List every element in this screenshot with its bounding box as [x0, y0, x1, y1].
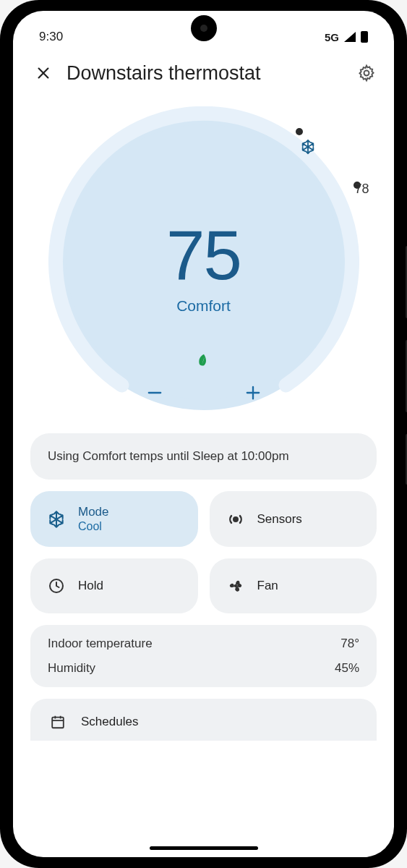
sensors-tile-label: Sensors	[257, 512, 302, 527]
calendar-icon	[48, 712, 68, 732]
indoor-temp-value: 78°	[340, 637, 359, 651]
hold-tile-label: Hold	[78, 579, 103, 593]
close-icon	[35, 65, 51, 81]
setpoint-dot	[296, 128, 303, 135]
status-message-card[interactable]: Using Comfort temps until Sleep at 10:00…	[30, 433, 377, 480]
status-time: 9:30	[39, 30, 63, 44]
schedules-card[interactable]: Schedules	[30, 699, 377, 741]
minus-icon	[145, 383, 165, 403]
target-temperature: 78	[354, 182, 369, 197]
sensors-tile[interactable]: Sensors	[210, 491, 377, 547]
fan-tile-label: Fan	[257, 579, 278, 593]
close-button[interactable]	[32, 61, 55, 85]
temperature-dial[interactable]: 78 75 Comfort	[13, 106, 394, 417]
signal-icon	[344, 32, 356, 42]
environment-info-card: Indoor temperature 78° Humidity 45%	[30, 625, 377, 687]
clock-icon	[46, 576, 67, 596]
indoor-temperature-row: Indoor temperature 78°	[48, 637, 359, 651]
status-message-text: Using Comfort temps until Sleep at 10:00…	[48, 449, 289, 463]
humidity-row: Humidity 45%	[48, 661, 359, 676]
snowflake-marker-icon	[300, 139, 316, 158]
mode-tile-value: Cool	[78, 519, 109, 534]
battery-icon	[361, 31, 368, 43]
camera-notch	[191, 15, 217, 41]
network-label: 5G	[325, 31, 339, 43]
plus-icon	[243, 383, 263, 403]
snowflake-icon	[46, 509, 67, 529]
mode-tile-label: Mode	[78, 504, 109, 519]
humidity-label: Humidity	[48, 661, 95, 676]
fan-icon	[226, 576, 246, 596]
temperature-down-button[interactable]	[140, 378, 169, 407]
gear-icon	[357, 64, 376, 82]
page-header: Downstairs thermostat	[13, 53, 394, 89]
svg-point-3	[234, 517, 238, 522]
mode-tile[interactable]: Mode Cool	[30, 491, 198, 547]
hold-tile[interactable]: Hold	[30, 558, 198, 613]
status-icons: 5G	[325, 31, 368, 43]
settings-button[interactable]	[354, 60, 380, 86]
svg-rect-6	[52, 718, 64, 728]
fan-tile[interactable]: Fan	[210, 558, 377, 613]
humidity-value: 45%	[335, 661, 359, 676]
indoor-temp-label: Indoor temperature	[48, 637, 153, 651]
current-temperature: 75	[48, 221, 359, 290]
page-title: Downstairs thermostat	[67, 62, 342, 85]
svg-point-0	[364, 71, 369, 76]
preset-label: Comfort	[48, 297, 359, 315]
home-indicator[interactable]	[150, 846, 258, 850]
phone-frame: 9:30 5G Downstairs thermostat	[0, 0, 407, 868]
sensors-icon	[226, 509, 246, 529]
eco-leaf-icon	[196, 352, 212, 371]
temperature-up-button[interactable]	[239, 378, 267, 407]
screen: 9:30 5G Downstairs thermostat	[13, 11, 394, 857]
schedules-label: Schedules	[81, 715, 138, 729]
